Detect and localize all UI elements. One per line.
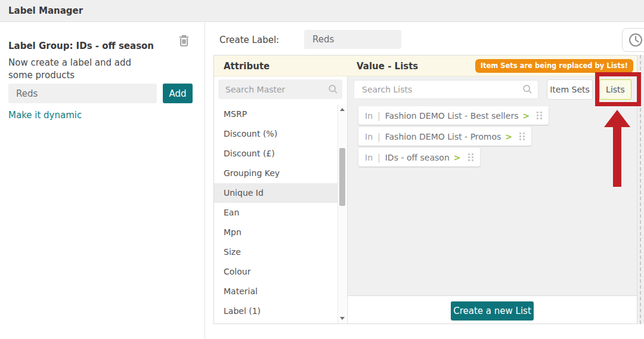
dashed-panel-edge	[640, 55, 641, 324]
search-lists-input[interactable]	[354, 80, 538, 99]
page-title: Label Manager	[8, 5, 83, 16]
membership-prefix: In	[365, 111, 373, 121]
value-lists-column-header: Value - Lists	[357, 61, 418, 72]
add-button[interactable]: Add	[163, 84, 193, 103]
history-button[interactable]	[622, 28, 644, 52]
list-item-card[interactable]: In|Fashion DEMO List - Promos>	[358, 127, 531, 146]
label-group-title: Label Group: IDs - off season	[8, 41, 154, 51]
attribute-item[interactable]: Colour	[214, 262, 338, 282]
label-name-input[interactable]	[8, 84, 157, 103]
chevron-right-icon[interactable]: >	[505, 132, 512, 141]
separator: |	[377, 111, 380, 121]
label-group-panel: Label Group: IDs - off season Now create…	[0, 23, 205, 339]
separator: |	[377, 132, 380, 141]
scrollbar-down-icon[interactable]	[340, 317, 345, 320]
attribute-item[interactable]: Discount (%)	[214, 124, 338, 144]
attribute-item[interactable]: Unique Id	[214, 183, 338, 203]
attribute-item[interactable]: Ean	[214, 203, 338, 223]
attribute-column-header: Attribute	[224, 61, 270, 72]
list-item-card[interactable]: In|IDs - off season>	[358, 148, 480, 167]
attribute-item[interactable]: MSRP	[214, 104, 338, 124]
attribute-list: MSRPDiscount (%)Discount (£)Grouping Key…	[214, 104, 338, 321]
notice-badge: Item Sets are being replaced by Lists!	[475, 59, 633, 73]
attribute-scrollbar[interactable]	[338, 104, 346, 323]
separator: |	[377, 153, 380, 162]
drag-handle-icon[interactable]	[519, 132, 525, 140]
attribute-item[interactable]: Material	[214, 282, 338, 301]
trash-icon[interactable]	[179, 35, 193, 49]
create-label-caption: Create Label:	[219, 35, 279, 45]
chevron-right-icon[interactable]: >	[522, 111, 530, 121]
create-label-input[interactable]	[304, 30, 401, 49]
attribute-item[interactable]: Discount (£)	[214, 144, 338, 164]
scrollbar-up-icon[interactable]	[340, 108, 345, 111]
list-item-card[interactable]: In|Fashion DEMO List - Best sellers>	[358, 106, 549, 125]
make-it-dynamic-link[interactable]: Make it dynamic	[8, 110, 82, 121]
top-bar: Label Manager	[0, 0, 644, 22]
membership-prefix: In	[365, 153, 373, 162]
search-master-input[interactable]	[218, 79, 342, 99]
chevron-right-icon[interactable]: >	[454, 153, 461, 162]
create-new-list-button[interactable]: Create a new List	[451, 301, 534, 320]
scrollbar-thumb[interactable]	[339, 148, 345, 206]
list-item-label: IDs - off season	[385, 153, 450, 162]
list-item-label: Fashion DEMO List - Best sellers	[385, 111, 519, 121]
list-item-label: Fashion DEMO List - Promos	[385, 132, 501, 141]
attribute-value-table: Attribute Value - Lists MSRPDiscount (%)…	[213, 55, 637, 324]
attribute-item[interactable]: Grouping Key	[214, 164, 338, 183]
membership-prefix: In	[365, 132, 373, 141]
lists-collection: In|Fashion DEMO List - Best sellers>In|F…	[358, 106, 549, 167]
clock-icon	[628, 33, 643, 47]
attribute-item[interactable]: Label (1)	[214, 301, 338, 321]
drag-handle-icon[interactable]	[537, 112, 542, 119]
tab-lists[interactable]: Lists	[599, 79, 631, 100]
tab-item-sets[interactable]: Item Sets	[547, 79, 593, 100]
attribute-item[interactable]: Mpn	[214, 223, 338, 242]
label-group-subtitle: Now create a label and add some products	[8, 57, 148, 82]
attribute-item[interactable]: Size	[214, 242, 338, 262]
drag-handle-icon[interactable]	[468, 153, 473, 161]
